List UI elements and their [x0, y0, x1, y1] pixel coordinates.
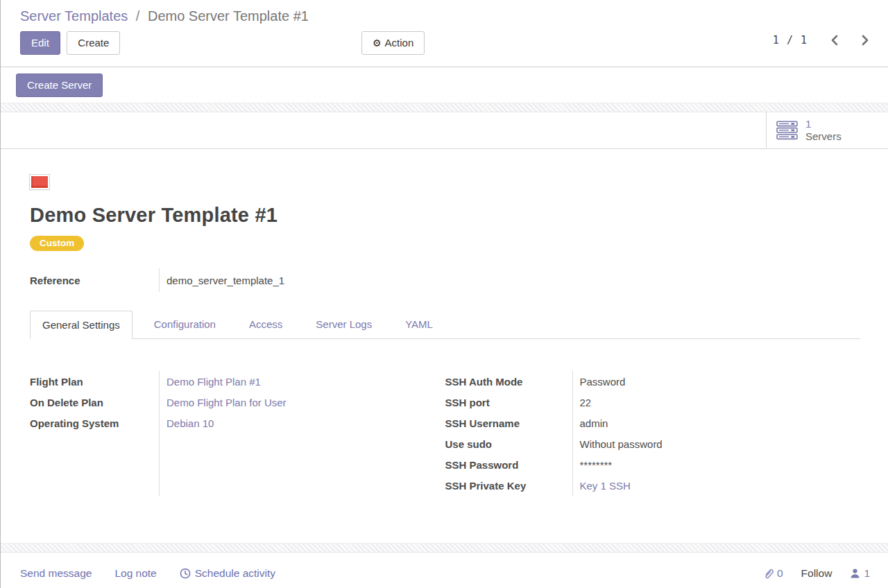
server-stack-icon: [776, 121, 799, 140]
left-values: Demo Flight Plan #1 Demo Flight Plan for…: [159, 371, 445, 496]
ssh-password-label: SSH Password: [445, 454, 572, 475]
tab-access[interactable]: Access: [237, 311, 294, 338]
sheet-background-stripes-top: [1, 103, 888, 112]
breadcrumb-parent-link[interactable]: Server Templates: [20, 8, 128, 24]
color-swatch[interactable]: [30, 175, 49, 189]
chevron-right-icon: [861, 35, 870, 46]
followers-button[interactable]: 1: [850, 567, 870, 580]
custom-tag-badge: Custom: [30, 236, 84, 251]
pager-value: 1 / 1: [773, 34, 808, 46]
clock-icon: [180, 568, 191, 579]
pager-previous-button[interactable]: [830, 35, 839, 46]
on-delete-plan-value-link[interactable]: Demo Flight Plan for User: [166, 397, 287, 408]
ssh-username-label: SSH Username: [445, 413, 572, 433]
statusbar: Create Server: [1, 67, 888, 103]
record-title: Demo Server Template #1: [30, 204, 860, 227]
create-button[interactable]: Create: [67, 31, 120, 55]
ssh-port-label: SSH port: [445, 392, 572, 413]
sheet-body: Demo Server Template #1 Custom Reference…: [1, 149, 888, 496]
breadcrumb-current: Demo Server Template #1: [148, 8, 309, 24]
schedule-activity-button[interactable]: Schedule activity: [180, 567, 275, 580]
ssh-port-value: 22: [580, 392, 861, 413]
tab-general-settings[interactable]: General Settings: [30, 311, 133, 339]
right-values: Password 22 admin Without password *****…: [572, 371, 861, 496]
servers-count: 1: [805, 118, 842, 130]
notebook: General Settings Configuration Access Se…: [30, 311, 860, 496]
tab-configuration[interactable]: Configuration: [142, 311, 228, 338]
log-note-button[interactable]: Log note: [114, 567, 156, 580]
breadcrumb-separator: /: [136, 8, 140, 24]
use-sudo-label: Use sudo: [445, 433, 572, 454]
paperclip-icon: [763, 568, 774, 580]
attachments-button[interactable]: 0: [763, 567, 783, 580]
right-labels: SSH Auth Mode SSH port SSH Username Use …: [445, 371, 572, 496]
tab-server-logs[interactable]: Server Logs: [304, 311, 384, 338]
flight-plan-value-link[interactable]: Demo Flight Plan #1: [166, 376, 261, 388]
chatter: Send message Log note Schedule activity …: [1, 553, 888, 588]
reference-label: Reference: [30, 268, 159, 292]
tab-bar: General Settings Configuration Access Se…: [30, 311, 860, 339]
left-labels: Flight Plan On Delete Plan Operating Sys…: [30, 371, 159, 496]
schedule-activity-label: Schedule activity: [195, 567, 275, 580]
flight-plan-label: Flight Plan: [30, 371, 159, 392]
ssh-password-value: ********: [580, 454, 861, 475]
send-message-button[interactable]: Send message: [20, 567, 92, 580]
gear-icon: ⚙: [373, 37, 382, 49]
breadcrumb: Server Templates / Demo Server Template …: [20, 7, 877, 25]
chatter-actions: Send message Log note Schedule activity: [20, 567, 275, 580]
operating-system-label: Operating System: [30, 413, 159, 433]
followers-count: 1: [864, 567, 870, 580]
servers-label: Servers: [805, 130, 842, 143]
sheet-background-stripes-bottom: [1, 543, 888, 553]
ssh-auth-mode-value: Password: [580, 371, 861, 392]
pager: 1 / 1: [773, 34, 870, 46]
person-icon: [850, 568, 860, 579]
chatter-status: 0 Follow 1: [763, 567, 870, 580]
pager-next-button[interactable]: [861, 35, 870, 46]
tab-yaml[interactable]: YAML: [393, 311, 445, 338]
on-delete-plan-label: On Delete Plan: [30, 392, 159, 413]
control-panel: Server Templates / Demo Server Template …: [1, 0, 888, 67]
reference-value: demo_server_template_1: [159, 268, 284, 292]
ssh-private-key-label: SSH Private Key: [445, 475, 572, 496]
app-window: Server Templates / Demo Server Template …: [0, 0, 888, 588]
ssh-username-value: admin: [580, 413, 861, 433]
follow-button[interactable]: Follow: [801, 567, 832, 580]
field-group-left: Flight Plan On Delete Plan Operating Sys…: [30, 371, 445, 496]
chevron-left-icon: [830, 35, 839, 46]
action-button[interactable]: ⚙Action: [361, 31, 425, 55]
ssh-auth-mode-label: SSH Auth Mode: [445, 371, 572, 392]
edit-button[interactable]: Edit: [20, 31, 60, 55]
general-settings-panel: Flight Plan On Delete Plan Operating Sys…: [30, 371, 860, 496]
reference-field: Reference demo_server_template_1: [30, 268, 860, 292]
control-panel-buttons: Edit Create ⚙Action 1 / 1: [20, 31, 877, 55]
operating-system-value-link[interactable]: Debian 10: [166, 417, 214, 429]
ssh-private-key-value-link[interactable]: Key 1 SSH: [580, 480, 631, 492]
attachments-count: 0: [777, 567, 783, 580]
form-sheet: 1 Servers Demo Server Template #1 Custom…: [1, 112, 888, 543]
servers-stat-button[interactable]: 1 Servers: [766, 112, 888, 148]
field-group-right: SSH Auth Mode SSH port SSH Username Use …: [445, 371, 861, 496]
use-sudo-value: Without password: [580, 433, 861, 454]
create-server-button[interactable]: Create Server: [16, 74, 103, 97]
action-button-label: Action: [385, 37, 414, 49]
button-box: 1 Servers: [1, 112, 888, 149]
